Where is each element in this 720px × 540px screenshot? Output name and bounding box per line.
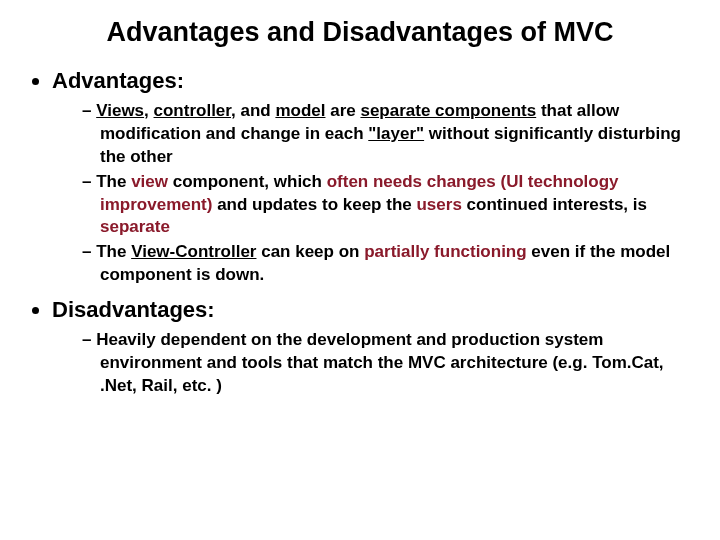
text-view: view [131, 172, 168, 191]
advantage-item-1: Views, controller, and model are separat… [82, 100, 692, 169]
text-view-controller: View-Controller [131, 242, 256, 261]
advantage-item-2: The view component, which often needs ch… [82, 171, 692, 240]
text-layer: "layer" [368, 124, 424, 143]
slide-title: Advantages and Disadvantages of MVC [28, 16, 692, 50]
advantages-list: Views, controller, and model are separat… [52, 100, 692, 288]
advantages-section: Advantages: Views, controller, and model… [52, 68, 692, 288]
disadvantage-item-1: Heavily dependent on the development and… [82, 329, 692, 398]
text-controller: controller [154, 101, 231, 120]
text-separate-components: separate components [360, 101, 536, 120]
text-partially-functioning: partially functioning [364, 242, 526, 261]
text-users: users [416, 195, 461, 214]
text-model: model [275, 101, 325, 120]
advantage-item-3: The View-Controller can keep on partiall… [82, 241, 692, 287]
main-list: Advantages: Views, controller, and model… [28, 68, 692, 398]
advantages-heading: Advantages: [52, 68, 184, 93]
text-separate: separate [100, 217, 170, 236]
disadvantages-list: Heavily dependent on the development and… [52, 329, 692, 398]
disadvantages-section: Disadvantages: Heavily dependent on the … [52, 297, 692, 398]
disadvantages-heading: Disadvantages: [52, 297, 215, 322]
text-views: Views [96, 101, 144, 120]
slide: Advantages and Disadvantages of MVC Adva… [0, 0, 720, 540]
